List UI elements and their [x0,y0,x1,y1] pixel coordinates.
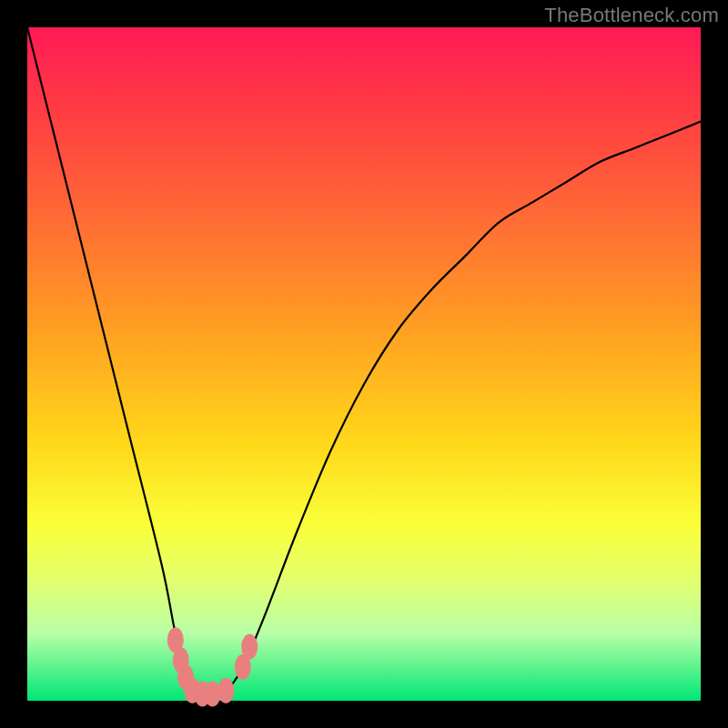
chart-frame: TheBottleneck.com [0,0,728,728]
curve-marker [241,634,258,660]
plot-area [27,27,701,701]
curve-svg [27,27,701,701]
curve-marker [217,678,234,703]
watermark-text: TheBottleneck.com [544,4,719,27]
bottleneck-curve [27,27,701,701]
curve-markers [167,627,258,706]
